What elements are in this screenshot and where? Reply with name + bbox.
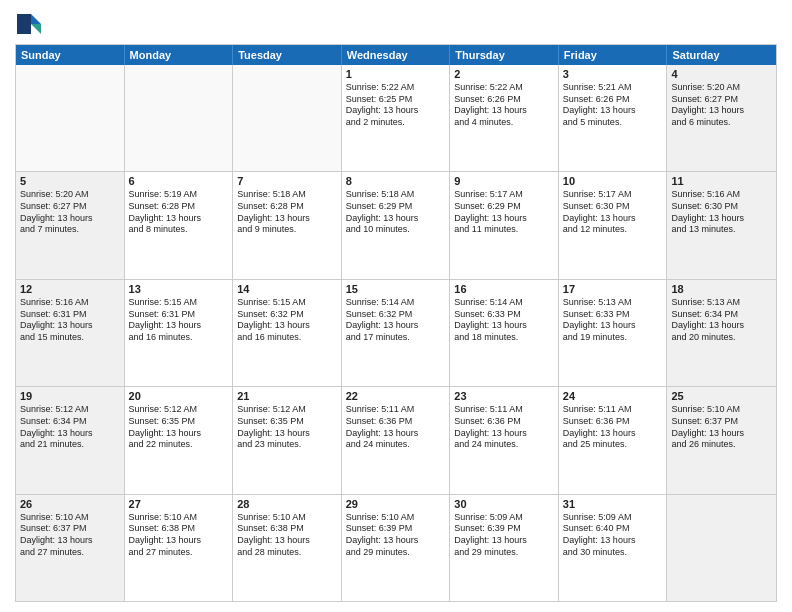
cell-line: Sunset: 6:36 PM: [563, 416, 663, 428]
day-number: 22: [346, 390, 446, 402]
day-number: 27: [129, 498, 229, 510]
cell-line: Sunrise: 5:17 AM: [563, 189, 663, 201]
cal-cell-2: 2Sunrise: 5:22 AMSunset: 6:26 PMDaylight…: [450, 65, 559, 171]
day-number: 15: [346, 283, 446, 295]
cell-line: Sunrise: 5:16 AM: [671, 189, 772, 201]
cell-line: Daylight: 13 hours: [346, 320, 446, 332]
cell-line: and 11 minutes.: [454, 224, 554, 236]
cal-cell-20: 20Sunrise: 5:12 AMSunset: 6:35 PMDayligh…: [125, 387, 234, 493]
cell-line: and 2 minutes.: [346, 117, 446, 129]
cal-cell-17: 17Sunrise: 5:13 AMSunset: 6:33 PMDayligh…: [559, 280, 668, 386]
cell-line: Daylight: 13 hours: [454, 428, 554, 440]
cell-line: Sunset: 6:34 PM: [671, 309, 772, 321]
cell-line: Daylight: 13 hours: [237, 320, 337, 332]
cell-line: Sunset: 6:26 PM: [563, 94, 663, 106]
cell-line: Daylight: 13 hours: [129, 320, 229, 332]
cell-line: Sunset: 6:37 PM: [671, 416, 772, 428]
cell-line: Sunrise: 5:15 AM: [129, 297, 229, 309]
cell-line: Sunrise: 5:20 AM: [671, 82, 772, 94]
cell-line: and 7 minutes.: [20, 224, 120, 236]
calendar-header: SundayMondayTuesdayWednesdayThursdayFrid…: [16, 45, 776, 65]
cal-cell-27: 27Sunrise: 5:10 AMSunset: 6:38 PMDayligh…: [125, 495, 234, 601]
cell-line: Sunrise: 5:09 AM: [454, 512, 554, 524]
cal-cell-30: 30Sunrise: 5:09 AMSunset: 6:39 PMDayligh…: [450, 495, 559, 601]
cell-line: Daylight: 13 hours: [671, 105, 772, 117]
cell-line: Sunset: 6:31 PM: [20, 309, 120, 321]
cell-line: Daylight: 13 hours: [454, 320, 554, 332]
cal-cell-31: 31Sunrise: 5:09 AMSunset: 6:40 PMDayligh…: [559, 495, 668, 601]
cell-line: Sunset: 6:36 PM: [454, 416, 554, 428]
cell-line: Sunset: 6:38 PM: [237, 523, 337, 535]
day-number: 21: [237, 390, 337, 402]
cell-line: and 21 minutes.: [20, 439, 120, 451]
day-number: 26: [20, 498, 120, 510]
cell-line: Daylight: 13 hours: [671, 213, 772, 225]
header-day-friday: Friday: [559, 45, 668, 65]
cell-line: and 16 minutes.: [129, 332, 229, 344]
cell-line: Sunrise: 5:20 AM: [20, 189, 120, 201]
logo-icon: [15, 10, 43, 38]
header: [15, 10, 777, 38]
cell-line: Sunset: 6:25 PM: [346, 94, 446, 106]
day-number: 18: [671, 283, 772, 295]
day-number: 5: [20, 175, 120, 187]
cell-line: Sunrise: 5:22 AM: [346, 82, 446, 94]
cell-line: Sunrise: 5:15 AM: [237, 297, 337, 309]
cell-line: Sunset: 6:29 PM: [346, 201, 446, 213]
day-number: 20: [129, 390, 229, 402]
cell-line: Sunset: 6:33 PM: [563, 309, 663, 321]
cal-cell-empty-0-1: [125, 65, 234, 171]
cell-line: Sunrise: 5:10 AM: [671, 404, 772, 416]
cell-line: Daylight: 13 hours: [20, 428, 120, 440]
cell-line: Sunset: 6:27 PM: [671, 94, 772, 106]
cell-line: Sunrise: 5:14 AM: [454, 297, 554, 309]
day-number: 13: [129, 283, 229, 295]
cell-line: Daylight: 13 hours: [346, 535, 446, 547]
cell-line: Daylight: 13 hours: [129, 213, 229, 225]
cell-line: Sunrise: 5:10 AM: [346, 512, 446, 524]
cell-line: and 17 minutes.: [346, 332, 446, 344]
cell-line: Sunrise: 5:10 AM: [237, 512, 337, 524]
day-number: 16: [454, 283, 554, 295]
day-number: 25: [671, 390, 772, 402]
day-number: 29: [346, 498, 446, 510]
header-day-sunday: Sunday: [16, 45, 125, 65]
cell-line: and 27 minutes.: [129, 547, 229, 559]
logo: [15, 10, 47, 38]
cell-line: Sunrise: 5:10 AM: [129, 512, 229, 524]
cell-line: Sunset: 6:28 PM: [129, 201, 229, 213]
cell-line: Sunset: 6:29 PM: [454, 201, 554, 213]
svg-marker-1: [31, 24, 41, 34]
day-number: 3: [563, 68, 663, 80]
cell-line: Daylight: 13 hours: [346, 105, 446, 117]
cell-line: Daylight: 13 hours: [563, 428, 663, 440]
cal-cell-23: 23Sunrise: 5:11 AMSunset: 6:36 PMDayligh…: [450, 387, 559, 493]
cell-line: Sunrise: 5:17 AM: [454, 189, 554, 201]
cell-line: and 6 minutes.: [671, 117, 772, 129]
day-number: 2: [454, 68, 554, 80]
cell-line: and 15 minutes.: [20, 332, 120, 344]
cell-line: and 8 minutes.: [129, 224, 229, 236]
cal-cell-8: 8Sunrise: 5:18 AMSunset: 6:29 PMDaylight…: [342, 172, 451, 278]
cal-cell-15: 15Sunrise: 5:14 AMSunset: 6:32 PMDayligh…: [342, 280, 451, 386]
calendar-body: 1Sunrise: 5:22 AMSunset: 6:25 PMDaylight…: [16, 65, 776, 601]
cell-line: Sunset: 6:37 PM: [20, 523, 120, 535]
cell-line: and 9 minutes.: [237, 224, 337, 236]
svg-rect-2: [17, 14, 31, 34]
day-number: 11: [671, 175, 772, 187]
cell-line: Daylight: 13 hours: [20, 213, 120, 225]
cell-line: Daylight: 13 hours: [346, 213, 446, 225]
cell-line: Daylight: 13 hours: [454, 213, 554, 225]
cell-line: and 13 minutes.: [671, 224, 772, 236]
cal-cell-24: 24Sunrise: 5:11 AMSunset: 6:36 PMDayligh…: [559, 387, 668, 493]
cell-line: and 20 minutes.: [671, 332, 772, 344]
cell-line: Sunrise: 5:22 AM: [454, 82, 554, 94]
header-day-thursday: Thursday: [450, 45, 559, 65]
cell-line: and 24 minutes.: [346, 439, 446, 451]
cell-line: Sunrise: 5:12 AM: [20, 404, 120, 416]
header-day-tuesday: Tuesday: [233, 45, 342, 65]
cell-line: Sunset: 6:31 PM: [129, 309, 229, 321]
header-day-saturday: Saturday: [667, 45, 776, 65]
cell-line: Sunrise: 5:10 AM: [20, 512, 120, 524]
cell-line: Sunset: 6:40 PM: [563, 523, 663, 535]
